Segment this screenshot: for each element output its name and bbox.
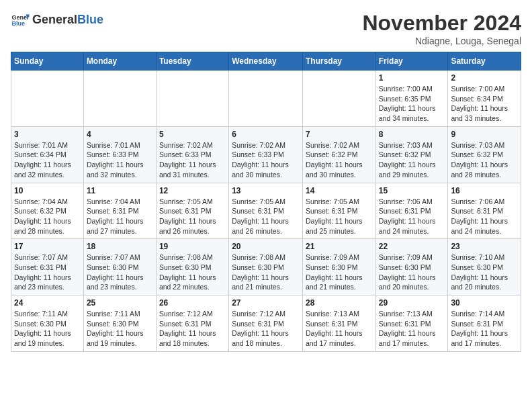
calendar-cell: 23Sunrise: 7:10 AMSunset: 6:30 PMDayligh… [448,239,521,295]
calendar-table: SundayMondayTuesdayWednesdayThursdayFrid… [11,52,521,352]
day-number: 28 [306,298,373,308]
day-info: Sunrise: 7:00 AMSunset: 6:35 PMDaylight:… [379,84,445,124]
day-info: Sunrise: 7:11 AMSunset: 6:30 PMDaylight:… [14,309,81,349]
logo: General Blue GeneralBlue [11,11,103,30]
header-day-monday: Monday [83,52,156,71]
day-number: 24 [14,298,81,308]
day-number: 7 [306,130,373,139]
calendar-cell: 30Sunrise: 7:14 AMSunset: 6:31 PMDayligh… [448,295,521,352]
day-number: 23 [451,242,518,251]
day-number: 13 [232,186,300,195]
calendar-cell: 14Sunrise: 7:05 AMSunset: 6:31 PMDayligh… [302,183,375,239]
day-info: Sunrise: 7:14 AMSunset: 6:31 PMDaylight:… [451,309,518,349]
calendar-cell: 18Sunrise: 7:07 AMSunset: 6:30 PMDayligh… [83,239,156,295]
calendar-week-3: 17Sunrise: 7:07 AMSunset: 6:31 PMDayligh… [11,239,521,295]
day-info: Sunrise: 7:03 AMSunset: 6:32 PMDaylight:… [451,140,518,180]
calendar-cell: 20Sunrise: 7:08 AMSunset: 6:30 PMDayligh… [229,239,303,295]
day-number: 4 [87,130,153,139]
day-number: 30 [451,298,518,308]
calendar-body: 1Sunrise: 7:00 AMSunset: 6:35 PMDaylight… [11,71,521,352]
calendar-cell [156,71,228,127]
day-number: 20 [232,242,300,251]
logo-icon: General Blue [11,11,30,30]
day-number: 11 [87,186,153,195]
day-info: Sunrise: 7:04 AMSunset: 6:31 PMDaylight:… [87,197,153,236]
day-info: Sunrise: 7:05 AMSunset: 6:31 PMDaylight:… [306,197,373,236]
day-info: Sunrise: 7:08 AMSunset: 6:30 PMDaylight:… [232,253,300,292]
day-number: 17 [14,242,81,251]
calendar-week-2: 10Sunrise: 7:04 AMSunset: 6:32 PMDayligh… [11,183,521,239]
calendar-cell: 9Sunrise: 7:03 AMSunset: 6:32 PMDaylight… [448,126,521,183]
calendar-cell [11,71,84,127]
calendar-cell: 26Sunrise: 7:12 AMSunset: 6:31 PMDayligh… [156,295,228,352]
calendar-cell: 10Sunrise: 7:04 AMSunset: 6:32 PMDayligh… [11,183,84,239]
day-info: Sunrise: 7:01 AMSunset: 6:34 PMDaylight:… [14,140,81,180]
day-info: Sunrise: 7:09 AMSunset: 6:30 PMDaylight:… [306,253,373,292]
header-day-wednesday: Wednesday [229,52,303,71]
header-day-saturday: Saturday [448,52,521,71]
day-number: 9 [451,130,518,139]
day-info: Sunrise: 7:04 AMSunset: 6:32 PMDaylight:… [14,197,81,236]
day-info: Sunrise: 7:07 AMSunset: 6:30 PMDaylight:… [87,253,153,292]
day-number: 5 [159,130,226,139]
day-info: Sunrise: 7:05 AMSunset: 6:31 PMDaylight:… [159,197,226,236]
day-number: 27 [232,298,300,308]
calendar-cell: 17Sunrise: 7:07 AMSunset: 6:31 PMDayligh… [11,239,84,295]
day-number: 16 [451,186,518,195]
day-number: 21 [306,242,373,251]
calendar-cell: 13Sunrise: 7:05 AMSunset: 6:31 PMDayligh… [229,183,303,239]
day-number: 8 [379,130,445,139]
month-title: November 2024 [362,11,521,36]
location-text: Ndiagne, Louga, Senegal [362,36,521,46]
calendar-header: SundayMondayTuesdayWednesdayThursdayFrid… [11,52,521,71]
calendar-cell: 12Sunrise: 7:05 AMSunset: 6:31 PMDayligh… [156,183,228,239]
header-row: SundayMondayTuesdayWednesdayThursdayFrid… [11,52,521,71]
day-number: 3 [14,130,81,139]
day-number: 10 [14,186,81,195]
day-number: 26 [159,298,226,308]
header-day-friday: Friday [375,52,448,71]
calendar-cell: 8Sunrise: 7:03 AMSunset: 6:32 PMDaylight… [375,126,448,183]
day-info: Sunrise: 7:06 AMSunset: 6:31 PMDaylight:… [451,197,518,236]
calendar-cell [83,71,156,127]
day-info: Sunrise: 7:00 AMSunset: 6:34 PMDaylight:… [451,84,518,124]
day-info: Sunrise: 7:13 AMSunset: 6:31 PMDaylight:… [379,309,445,349]
calendar-week-1: 3Sunrise: 7:01 AMSunset: 6:34 PMDaylight… [11,126,521,183]
calendar-cell: 4Sunrise: 7:01 AMSunset: 6:33 PMDaylight… [83,126,156,183]
calendar-cell: 1Sunrise: 7:00 AMSunset: 6:35 PMDaylight… [375,71,448,127]
svg-text:Blue: Blue [11,20,25,27]
day-info: Sunrise: 7:02 AMSunset: 6:33 PMDaylight:… [232,140,300,180]
day-info: Sunrise: 7:02 AMSunset: 6:32 PMDaylight:… [306,140,373,180]
calendar-cell: 2Sunrise: 7:00 AMSunset: 6:34 PMDaylight… [448,71,521,127]
day-info: Sunrise: 7:06 AMSunset: 6:31 PMDaylight:… [379,197,445,236]
page-header: General Blue GeneralBlue November 2024 N… [11,11,521,46]
calendar-cell: 19Sunrise: 7:08 AMSunset: 6:30 PMDayligh… [156,239,228,295]
day-info: Sunrise: 7:05 AMSunset: 6:31 PMDaylight:… [232,197,300,236]
day-info: Sunrise: 7:12 AMSunset: 6:31 PMDaylight:… [232,309,300,349]
day-info: Sunrise: 7:09 AMSunset: 6:30 PMDaylight:… [379,253,445,292]
day-info: Sunrise: 7:11 AMSunset: 6:30 PMDaylight:… [87,309,153,349]
header-day-sunday: Sunday [11,52,84,71]
day-info: Sunrise: 7:07 AMSunset: 6:31 PMDaylight:… [14,253,81,292]
calendar-cell: 6Sunrise: 7:02 AMSunset: 6:33 PMDaylight… [229,126,303,183]
title-block: November 2024 Ndiagne, Louga, Senegal [362,11,521,46]
day-number: 2 [451,73,518,83]
day-info: Sunrise: 7:01 AMSunset: 6:33 PMDaylight:… [87,140,153,180]
calendar-cell: 24Sunrise: 7:11 AMSunset: 6:30 PMDayligh… [11,295,84,352]
day-info: Sunrise: 7:10 AMSunset: 6:30 PMDaylight:… [451,253,518,292]
header-day-thursday: Thursday [302,52,375,71]
calendar-cell [229,71,303,127]
day-number: 22 [379,242,445,251]
calendar-week-4: 24Sunrise: 7:11 AMSunset: 6:30 PMDayligh… [11,295,521,352]
logo-blue-text: Blue [77,13,103,26]
calendar-cell: 11Sunrise: 7:04 AMSunset: 6:31 PMDayligh… [83,183,156,239]
day-info: Sunrise: 7:12 AMSunset: 6:31 PMDaylight:… [159,309,226,349]
day-info: Sunrise: 7:13 AMSunset: 6:31 PMDaylight:… [306,309,373,349]
calendar-cell: 5Sunrise: 7:02 AMSunset: 6:33 PMDaylight… [156,126,228,183]
calendar-cell: 27Sunrise: 7:12 AMSunset: 6:31 PMDayligh… [229,295,303,352]
day-number: 25 [87,298,153,308]
calendar-cell: 15Sunrise: 7:06 AMSunset: 6:31 PMDayligh… [375,183,448,239]
calendar-cell: 29Sunrise: 7:13 AMSunset: 6:31 PMDayligh… [375,295,448,352]
day-info: Sunrise: 7:08 AMSunset: 6:30 PMDaylight:… [159,253,226,292]
day-number: 29 [379,298,445,308]
